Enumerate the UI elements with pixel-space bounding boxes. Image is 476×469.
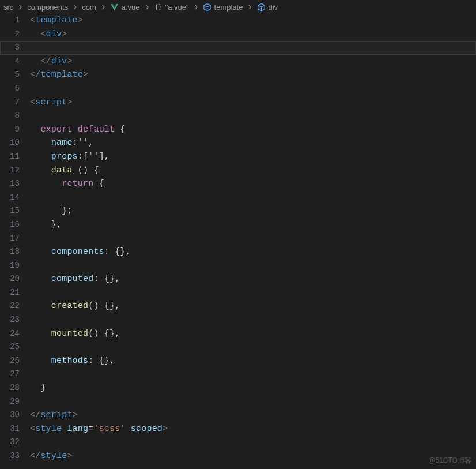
code-line[interactable]: 19 xyxy=(0,259,476,273)
line-number: 25 xyxy=(0,340,30,354)
code-line[interactable]: 4 </div> xyxy=(0,55,476,69)
breadcrumb-item[interactable]: components xyxy=(27,3,68,12)
cube-icon xyxy=(256,2,266,12)
code-content: data () { xyxy=(30,164,99,178)
code-line[interactable]: 10 name:'', xyxy=(0,136,476,150)
code-content: </div> xyxy=(30,55,73,69)
breadcrumb-label: com xyxy=(82,3,96,12)
code-content: <div> xyxy=(30,28,67,42)
watermark: @51CTO博客 xyxy=(428,456,471,466)
line-number: 32 xyxy=(0,436,30,449)
breadcrumb-item[interactable]: a.vue xyxy=(110,2,140,12)
code-line[interactable]: 13 return { xyxy=(0,177,476,191)
code-line[interactable]: 2 <div> xyxy=(0,28,476,42)
code-line[interactable]: 7<script> xyxy=(0,96,476,110)
line-number: 28 xyxy=(0,381,30,395)
code-editor[interactable]: 1<template>2 <div>34 </div>5</template>6… xyxy=(0,14,476,463)
line-number: 1 xyxy=(0,14,30,28)
code-line[interactable]: 32 xyxy=(0,436,476,449)
code-line[interactable]: 14 xyxy=(0,191,476,205)
code-content: components: {}, xyxy=(30,245,131,259)
code-line[interactable]: 28 } xyxy=(0,381,476,395)
code-line[interactable]: 18 components: {}, xyxy=(0,245,476,259)
chevron-right-icon xyxy=(245,2,254,12)
code-content: </style> xyxy=(30,449,73,463)
code-content: }; xyxy=(30,204,73,218)
line-number: 14 xyxy=(0,191,30,205)
line-number: 18 xyxy=(0,245,30,259)
line-number: 8 xyxy=(0,109,30,123)
code-line[interactable]: 16 }, xyxy=(0,218,476,232)
code-line[interactable]: 23 xyxy=(0,313,476,327)
breadcrumb-label: src xyxy=(3,3,13,12)
line-number: 9 xyxy=(0,123,30,137)
line-number: 7 xyxy=(0,96,30,110)
line-number: 17 xyxy=(0,232,30,246)
chevron-right-icon xyxy=(99,2,108,12)
code-line[interactable]: 31<style lang='scss' scoped> xyxy=(0,422,476,436)
line-number: 15 xyxy=(0,204,30,218)
code-content: </script> xyxy=(30,408,78,422)
line-number: 33 xyxy=(0,449,30,463)
code-line[interactable]: 33</style> xyxy=(0,449,476,463)
code-line[interactable]: 6 xyxy=(0,82,476,96)
code-content: methods: {}, xyxy=(30,354,115,368)
code-line[interactable]: 15 }; xyxy=(0,204,476,218)
chevron-right-icon xyxy=(16,2,25,12)
code-line[interactable]: 27 xyxy=(0,367,476,381)
code-line[interactable]: 9 export default { xyxy=(0,123,476,137)
code-line[interactable]: 29 xyxy=(0,395,476,409)
breadcrumb-item[interactable]: template xyxy=(203,2,243,12)
code-content: name:'', xyxy=(30,136,93,150)
code-content: mounted() {}, xyxy=(30,327,120,341)
code-line[interactable]: 24 mounted() {}, xyxy=(0,327,476,341)
chevron-right-icon xyxy=(191,2,201,12)
line-number: 16 xyxy=(0,218,30,232)
code-line[interactable]: 30</script> xyxy=(0,408,476,422)
breadcrumb-item[interactable]: src xyxy=(3,3,13,12)
chevron-right-icon xyxy=(142,2,152,12)
line-number: 23 xyxy=(0,313,30,327)
line-number: 3 xyxy=(0,41,30,55)
line-number: 22 xyxy=(0,299,30,313)
breadcrumb-label: components xyxy=(27,3,68,12)
code-line[interactable]: 3 xyxy=(0,41,476,55)
code-line[interactable]: 11 props:[''], xyxy=(0,150,476,164)
code-content: created() {}, xyxy=(30,299,120,313)
breadcrumb-item[interactable]: com xyxy=(82,3,96,12)
code-content: export default { xyxy=(30,123,126,137)
line-number: 31 xyxy=(0,422,30,436)
braces-icon: {} xyxy=(154,2,163,12)
code-line[interactable]: 5</template> xyxy=(0,68,476,82)
line-number: 20 xyxy=(0,272,30,286)
line-number: 10 xyxy=(0,136,30,150)
code-content: <template> xyxy=(30,14,83,28)
code-line[interactable]: 21 xyxy=(0,286,476,300)
breadcrumb-label: div xyxy=(268,3,278,12)
vue-icon xyxy=(110,2,119,12)
line-number: 5 xyxy=(0,68,30,82)
line-number: 24 xyxy=(0,327,30,341)
breadcrumb-item[interactable]: {}"a.vue" xyxy=(154,2,189,12)
cube-icon xyxy=(203,2,212,12)
chevron-right-icon xyxy=(70,2,80,12)
breadcrumb-item[interactable]: div xyxy=(256,2,278,12)
code-content: </template> xyxy=(30,68,88,82)
line-number: 26 xyxy=(0,354,30,368)
code-line[interactable]: 12 data () { xyxy=(0,164,476,178)
code-line[interactable]: 22 created() {}, xyxy=(0,299,476,313)
code-line[interactable]: 25 xyxy=(0,340,476,354)
breadcrumb-label: template xyxy=(214,3,243,12)
code-line[interactable]: 20 computed: {}, xyxy=(0,272,476,286)
line-number: 21 xyxy=(0,286,30,300)
code-line[interactable]: 1<template> xyxy=(0,14,476,28)
line-number: 2 xyxy=(0,28,30,42)
svg-text:{}: {} xyxy=(155,3,162,11)
code-content: } xyxy=(30,381,46,395)
code-line[interactable]: 17 xyxy=(0,232,476,246)
code-line[interactable]: 26 methods: {}, xyxy=(0,354,476,368)
code-line[interactable]: 8 xyxy=(0,109,476,123)
line-number: 12 xyxy=(0,164,30,178)
code-content: props:[''], xyxy=(30,150,109,164)
line-number: 13 xyxy=(0,177,30,191)
